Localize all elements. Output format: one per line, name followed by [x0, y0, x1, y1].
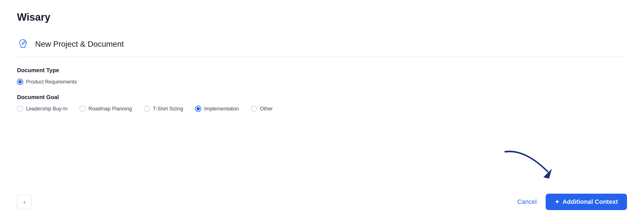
radio-label-roadmap-planning: Roadmap Planning	[88, 106, 132, 112]
radio-custom-leadership-buy-in	[17, 106, 23, 112]
radio-custom-implementation	[195, 106, 201, 112]
radio-custom-product-requirements	[17, 79, 23, 85]
section-divider	[17, 57, 627, 57]
document-goal-label: Document Goal	[17, 94, 627, 101]
document-type-radio-group: Product Requirements	[17, 79, 627, 85]
additional-context-button[interactable]: ✦ Additional Context	[546, 194, 627, 210]
section-title: New Project & Document	[35, 40, 124, 49]
radio-option-leadership-buy-in[interactable]: Leadership Buy-In	[17, 106, 67, 112]
radio-custom-roadmap-planning	[79, 106, 86, 112]
footer-bar: ‹ Cancel ✦ Additional Context	[0, 186, 644, 218]
back-icon: ‹	[24, 199, 26, 205]
sparkle-icon: ✦	[555, 198, 560, 205]
document-goal-group: Document Goal Leadership Buy-In Roadmap …	[17, 94, 627, 112]
radio-option-roadmap-planning[interactable]: Roadmap Planning	[79, 106, 132, 112]
footer-right: Cancel ✦ Additional Context	[517, 194, 627, 210]
radio-option-implementation[interactable]: Implementation	[195, 106, 239, 112]
arrow-annotation	[502, 146, 559, 184]
document-type-label: Document Type	[17, 67, 627, 74]
radio-label-t-shirt-sizing: T-Shirt Sizing	[153, 106, 183, 112]
radio-custom-other	[251, 106, 257, 112]
radio-label-implementation: Implementation	[204, 106, 239, 112]
svg-marker-8	[543, 169, 552, 179]
radio-option-product-requirements[interactable]: Product Requirements	[17, 79, 77, 85]
cancel-button[interactable]: Cancel	[517, 198, 537, 206]
back-button[interactable]: ‹	[17, 195, 32, 209]
document-goal-radio-group: Leadership Buy-In Roadmap Planning T-Shi…	[17, 106, 627, 112]
radio-option-other[interactable]: Other	[251, 106, 273, 112]
radio-custom-t-shirt-sizing	[144, 106, 150, 112]
context-button-label: Additional Context	[562, 198, 618, 206]
section-header: New Project & Document	[17, 37, 627, 51]
document-type-group: Document Type Product Requirements	[17, 67, 627, 85]
svg-point-7	[22, 43, 23, 44]
page-container: Wisary New Project & Document Document T…	[0, 0, 644, 132]
radio-option-t-shirt-sizing[interactable]: T-Shirt Sizing	[144, 106, 183, 112]
app-title: Wisary	[17, 11, 627, 23]
radio-label-other: Other	[260, 106, 273, 112]
new-project-icon	[17, 37, 31, 51]
svg-point-1	[25, 42, 26, 42]
radio-label-leadership-buy-in: Leadership Buy-In	[26, 106, 67, 112]
radio-label-product-requirements: Product Requirements	[26, 79, 77, 85]
